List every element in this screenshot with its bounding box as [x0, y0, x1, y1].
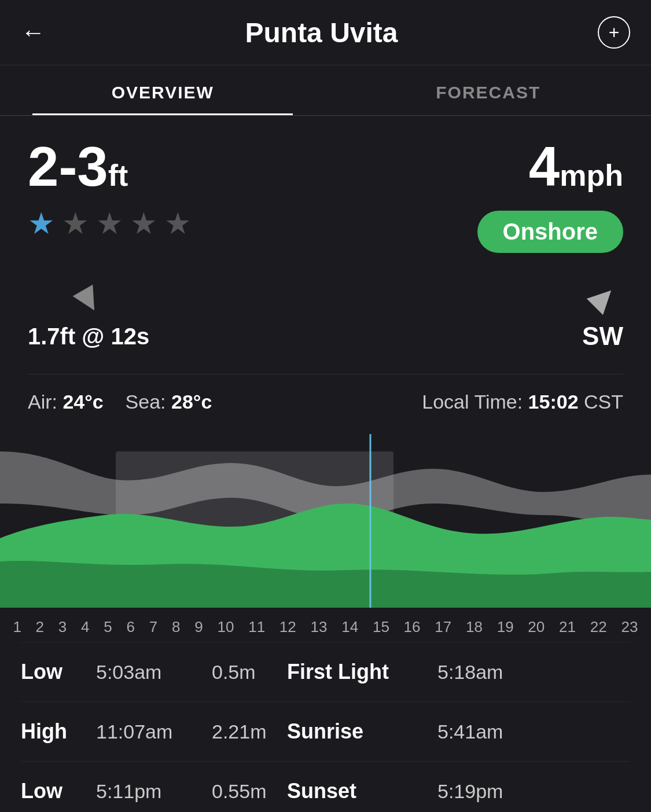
hour-20: 20 — [528, 618, 545, 636]
tide-time-2: 11:07am — [96, 721, 212, 743]
wave-wind-detail-row: 1.7ft @ 12s SW — [28, 281, 623, 351]
wave-period-display: 1.7ft @ 12s — [28, 324, 149, 350]
hour-11: 11 — [248, 618, 265, 636]
hour-7: 7 — [149, 618, 157, 636]
light-label-3: Sunset — [287, 779, 437, 803]
add-button[interactable]: + — [598, 16, 630, 49]
tide-type-2: High — [21, 719, 96, 744]
temperature-display: Air: 24°c Sea: 28°c — [28, 391, 212, 413]
air-temp: 24°c — [62, 391, 103, 413]
svg-marker-0 — [73, 284, 105, 316]
star-5: ★ — [164, 206, 192, 241]
wind-speed-display: 4mph — [529, 139, 623, 194]
hour-5: 5 — [104, 618, 112, 636]
tide-height-3: 0.55m — [212, 780, 287, 803]
light-label-2: Sunrise — [287, 719, 437, 744]
hour-10: 10 — [217, 618, 234, 636]
light-time-3: 5:19pm — [437, 780, 503, 803]
hour-22: 22 — [590, 618, 607, 636]
hour-17: 17 — [435, 618, 451, 636]
tab-forecast[interactable]: FORECAST — [326, 65, 652, 115]
svg-marker-1 — [586, 282, 619, 315]
hour-15: 15 — [373, 618, 389, 636]
star-rating: ★ ★ ★ ★ ★ — [28, 206, 192, 241]
hour-8: 8 — [172, 618, 180, 636]
onshore-badge: Onshore — [477, 211, 623, 253]
hour-9: 9 — [194, 618, 203, 636]
star-3: ★ — [96, 206, 123, 241]
timezone-label: CST — [584, 391, 623, 413]
light-label-1: First Light — [287, 660, 437, 684]
overview-section: 2-3ft 4mph ★ ★ ★ ★ ★ Onshore — [0, 116, 651, 434]
tide-type-1: Low — [21, 660, 96, 684]
table-row: Low 5:03am 0.5m First Light 5:18am — [21, 642, 630, 701]
info-table: Low 5:03am 0.5m First Light 5:18am High … — [0, 642, 651, 812]
wave-direction-icon — [71, 283, 106, 318]
stats-row: 2-3ft 4mph — [28, 139, 623, 194]
wave-height-display: 2-3ft — [28, 139, 128, 194]
sea-temp: 28°c — [171, 391, 212, 413]
wind-detail: SW — [582, 281, 623, 351]
hour-1: 1 — [13, 618, 21, 636]
local-time-label: Local Time: — [422, 391, 523, 413]
local-time-value: 15:02 — [528, 391, 579, 413]
hour-13: 13 — [311, 618, 328, 636]
time-axis: 1 2 3 4 5 6 7 8 9 10 11 12 13 14 15 16 1… — [0, 608, 651, 642]
header: ← Punta Uvita + — [0, 0, 651, 65]
wave-detail: 1.7ft @ 12s — [28, 283, 149, 350]
page-title: Punta Uvita — [45, 17, 598, 49]
table-row: Low 5:11pm 0.55m Sunset 5:19pm — [21, 761, 630, 812]
tab-overview[interactable]: OVERVIEW — [0, 65, 326, 115]
wave-height-value: 2-3ft — [28, 139, 128, 194]
hour-21: 21 — [559, 618, 576, 636]
hour-6: 6 — [127, 618, 135, 636]
tide-type-3: Low — [21, 779, 96, 803]
tide-height-1: 0.5m — [212, 661, 287, 684]
wind-direction-icon — [586, 281, 620, 316]
hour-19: 19 — [497, 618, 514, 636]
hour-14: 14 — [341, 618, 358, 636]
hour-18: 18 — [466, 618, 483, 636]
wind-speed-value: 4mph — [529, 139, 623, 194]
hour-3: 3 — [58, 618, 67, 636]
wave-arrow-container — [71, 283, 106, 318]
hour-16: 16 — [404, 618, 421, 636]
star-4: ★ — [130, 206, 157, 241]
wind-arrow-container — [586, 281, 620, 316]
hour-4: 4 — [81, 618, 89, 636]
sea-label: Sea: — [126, 391, 166, 413]
tide-time-3: 5:11pm — [96, 780, 212, 803]
local-time-display: Local Time: 15:02 CST — [422, 391, 623, 413]
tide-chart-svg — [0, 434, 651, 608]
air-label: Air: — [28, 391, 57, 413]
back-button[interactable]: ← — [21, 20, 45, 45]
tide-chart — [0, 434, 651, 608]
hour-12: 12 — [279, 618, 296, 636]
hour-2: 2 — [36, 618, 44, 636]
star-2: ★ — [62, 206, 89, 241]
conditions-row: Air: 24°c Sea: 28°c Local Time: 15:02 CS… — [28, 374, 623, 434]
tide-time-1: 5:03am — [96, 661, 212, 684]
light-time-2: 5:41am — [437, 721, 503, 743]
rating-wind-row: ★ ★ ★ ★ ★ Onshore — [28, 206, 623, 270]
wind-direction-label: SW — [582, 322, 623, 351]
tab-bar: OVERVIEW FORECAST — [0, 65, 651, 116]
star-1: ★ — [28, 206, 55, 241]
tide-height-2: 2.21m — [212, 721, 287, 743]
light-time-1: 5:18am — [437, 661, 503, 684]
table-row: High 11:07am 2.21m Sunrise 5:41am — [21, 701, 630, 761]
wind-condition-container: Onshore — [477, 206, 623, 253]
hour-23: 23 — [621, 618, 638, 636]
